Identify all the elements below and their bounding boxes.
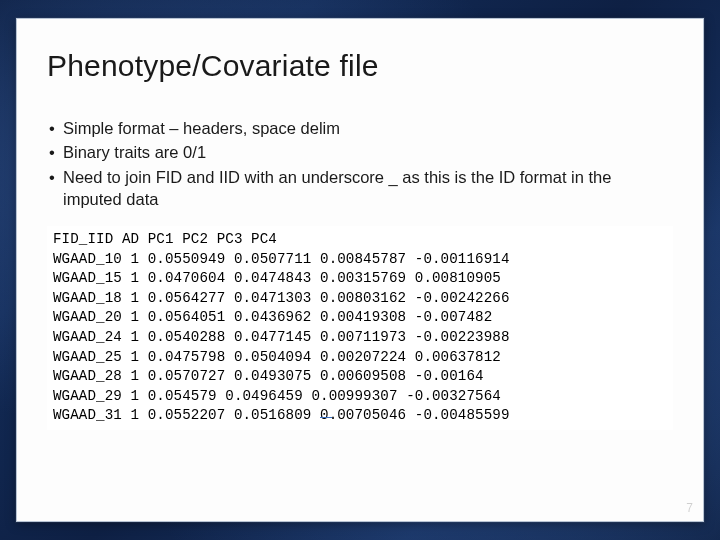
file-data-row: WGAAD_25 1 0.0475798 0.0504094 0.0020722…: [53, 349, 501, 365]
bullet-item: Need to join FID and IID with an undersc…: [49, 166, 673, 211]
file-data-row: WGAAD_24 1 0.0540288 0.0477145 0.0071197…: [53, 329, 510, 345]
slide-inner-card: Phenotype/Covariate file Simple format –…: [16, 18, 704, 522]
file-preview-block: FID_IID AD PC1 PC2 PC3 PC4 WGAAD_10 1 0.…: [47, 226, 673, 430]
file-data-row: WGAAD_18 1 0.0564277 0.0471303 0.0080316…: [53, 290, 510, 306]
file-data-row: WGAAD_29 1 0.054579 0.0496459 0.00999307…: [53, 388, 501, 404]
decorative-mark: [320, 417, 332, 418]
slide-outer-frame: Phenotype/Covariate file Simple format –…: [0, 0, 720, 540]
slide-title: Phenotype/Covariate file: [47, 49, 673, 83]
file-data-row: WGAAD_31 1 0.0552207 0.0516809 0.0070504…: [53, 407, 510, 423]
file-data-row: WGAAD_10 1 0.0550949 0.0507711 0.0084578…: [53, 251, 510, 267]
bullet-list: Simple format – headers, space delim Bin…: [49, 117, 673, 210]
page-number: 7: [686, 501, 693, 515]
file-header-row: FID_IID AD PC1 PC2 PC3 PC4: [53, 231, 277, 247]
file-data-row: WGAAD_28 1 0.0570727 0.0493075 0.0060950…: [53, 368, 484, 384]
file-data-row: WGAAD_15 1 0.0470604 0.0474843 0.0031576…: [53, 270, 501, 286]
file-data-row: WGAAD_20 1 0.0564051 0.0436962 0.0041930…: [53, 309, 492, 325]
bullet-item: Simple format – headers, space delim: [49, 117, 673, 139]
bullet-item: Binary traits are 0/1: [49, 141, 673, 163]
